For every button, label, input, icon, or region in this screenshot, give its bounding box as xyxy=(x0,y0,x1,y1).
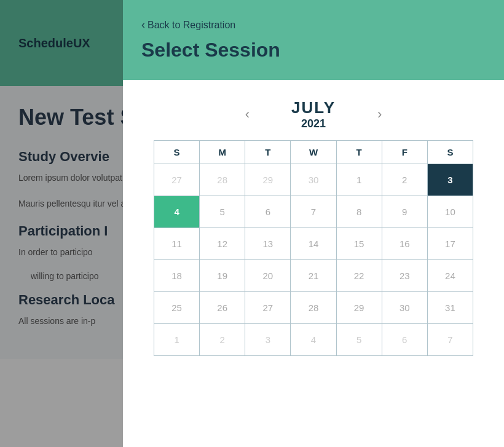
calendar-day[interactable]: 17 xyxy=(427,228,473,260)
calendar-day[interactable]: 22 xyxy=(336,260,382,292)
calendar-day[interactable]: 16 xyxy=(382,228,427,260)
calendar-week-row: 25262728293031 xyxy=(154,292,473,324)
next-month-button[interactable]: › xyxy=(372,105,387,124)
calendar-day[interactable]: 1 xyxy=(336,164,382,196)
calendar-day[interactable]: 8 xyxy=(336,196,382,228)
calendar-day[interactable]: 5 xyxy=(200,196,245,228)
calendar-day[interactable]: 28 xyxy=(291,292,336,324)
calendar-day[interactable]: 10 xyxy=(427,196,473,228)
calendar-day[interactable]: 18 xyxy=(154,260,200,292)
chevron-left-icon: ‹ xyxy=(141,18,145,31)
calendar-week-row: 1234567 xyxy=(154,324,473,356)
calendar-day[interactable]: 27 xyxy=(245,292,291,324)
calendar-week-row: 27282930123 xyxy=(154,164,473,196)
weekday-header: W xyxy=(291,141,336,164)
calendar-week-row: 18192021222324 xyxy=(154,260,473,292)
calendar-day[interactable]: 7 xyxy=(291,196,336,228)
calendar-day[interactable]: 6 xyxy=(382,324,427,356)
calendar-week-row: 45678910 xyxy=(154,196,473,228)
calendar-day[interactable]: 28 xyxy=(200,164,245,196)
calendar-day[interactable]: 27 xyxy=(154,164,200,196)
calendar-day[interactable]: 7 xyxy=(427,324,473,356)
calendar-month: JULY xyxy=(291,98,336,117)
back-to-registration-button[interactable]: ‹ Back to Registration xyxy=(141,18,486,31)
weekday-row: SMTWTFS xyxy=(154,141,473,164)
calendar-day[interactable]: 12 xyxy=(200,228,245,260)
calendar-day[interactable]: 6 xyxy=(245,196,291,228)
calendar-day[interactable]: 11 xyxy=(154,228,200,260)
calendar-day[interactable]: 5 xyxy=(336,324,382,356)
weekday-header: S xyxy=(154,141,200,164)
weekday-header: T xyxy=(245,141,291,164)
calendar-day[interactable]: 13 xyxy=(245,228,291,260)
calendar-day[interactable]: 31 xyxy=(427,292,473,324)
calendar-day[interactable]: 4 xyxy=(291,324,336,356)
calendar: ‹ JULY 2021 › SMTWTFS 272829301234567891… xyxy=(154,98,473,356)
modal-header: ‹ Back to Registration Select Session xyxy=(123,0,504,80)
session-select-modal: ‹ Back to Registration Select Session ‹ … xyxy=(123,0,504,447)
prev-month-button[interactable]: ‹ xyxy=(240,105,254,124)
weekday-header: F xyxy=(382,141,427,164)
calendar-day[interactable]: 30 xyxy=(291,164,336,196)
calendar-grid: SMTWTFS 27282930123456789101112131415161… xyxy=(154,140,473,356)
calendar-day[interactable]: 26 xyxy=(200,292,245,324)
back-label: Back to Registration xyxy=(148,20,235,31)
calendar-day[interactable]: 3 xyxy=(245,324,291,356)
calendar-day[interactable]: 1 xyxy=(154,324,200,356)
calendar-day[interactable]: 30 xyxy=(382,292,427,324)
weekday-header: S xyxy=(427,141,473,164)
calendar-day[interactable]: 2 xyxy=(200,324,245,356)
calendar-day[interactable]: 23 xyxy=(382,260,427,292)
calendar-header: SMTWTFS xyxy=(154,141,473,164)
calendar-day[interactable]: 29 xyxy=(245,164,291,196)
calendar-week-row: 11121314151617 xyxy=(154,228,473,260)
calendar-day[interactable]: 21 xyxy=(291,260,336,292)
modal-title: Select Session xyxy=(141,39,486,61)
calendar-year: 2021 xyxy=(291,117,336,130)
calendar-body: 2728293012345678910111213141516171819202… xyxy=(154,164,473,356)
calendar-day[interactable]: 2 xyxy=(382,164,427,196)
calendar-day[interactable]: 20 xyxy=(245,260,291,292)
calendar-nav: ‹ JULY 2021 › xyxy=(154,98,473,130)
calendar-day[interactable]: 3 xyxy=(427,164,473,196)
calendar-day[interactable]: 25 xyxy=(154,292,200,324)
weekday-header: T xyxy=(336,141,382,164)
calendar-day[interactable]: 4 xyxy=(154,196,200,228)
calendar-day[interactable]: 15 xyxy=(336,228,382,260)
calendar-day[interactable]: 29 xyxy=(336,292,382,324)
calendar-day[interactable]: 9 xyxy=(382,196,427,228)
calendar-day[interactable]: 19 xyxy=(200,260,245,292)
calendar-month-year: JULY 2021 xyxy=(291,98,336,130)
modal-body: ‹ JULY 2021 › SMTWTFS 272829301234567891… xyxy=(123,80,504,447)
calendar-day[interactable]: 24 xyxy=(427,260,473,292)
calendar-day[interactable]: 14 xyxy=(291,228,336,260)
weekday-header: M xyxy=(200,141,245,164)
